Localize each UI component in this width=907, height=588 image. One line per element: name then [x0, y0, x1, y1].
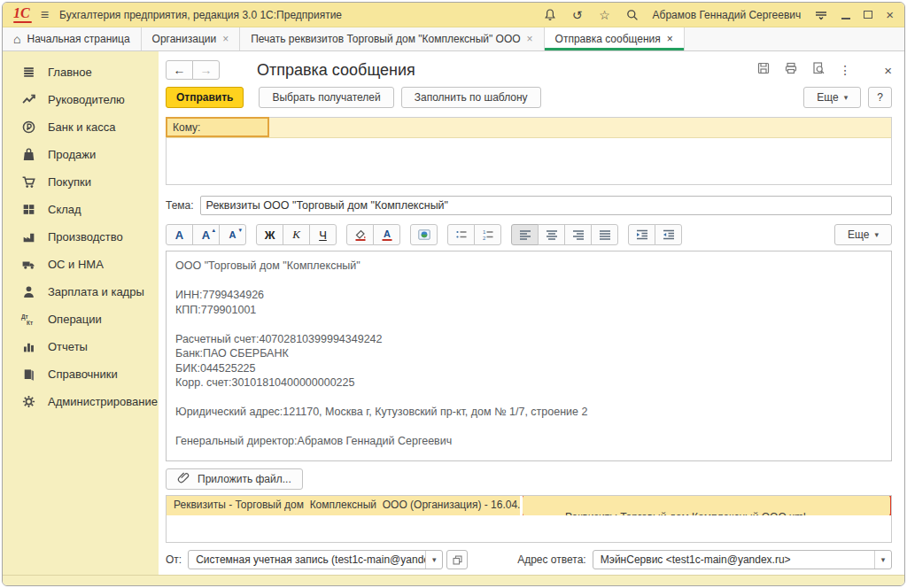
- purchases-icon: [20, 174, 36, 190]
- help-button[interactable]: ?: [868, 87, 892, 108]
- editor-toolbar: A A▴ A▾ Ж K Ч A: [166, 224, 892, 245]
- sidebar-item-main[interactable]: Главное: [3, 58, 159, 86]
- background-color-button[interactable]: [346, 224, 374, 245]
- sidebar-item-reports[interactable]: Отчеты: [3, 333, 159, 360]
- form-close-icon[interactable]: ×: [884, 63, 892, 78]
- main-menu-icon[interactable]: ≡: [41, 8, 49, 22]
- svg-text:A: A: [384, 228, 391, 239]
- subject-input[interactable]: [200, 196, 892, 215]
- from-account-select[interactable]: Системная учетная запись (test1c-main@ya…: [188, 550, 443, 569]
- sidebar-item-assets[interactable]: ОС и НМА: [3, 251, 159, 278]
- sidebar-item-warehouse[interactable]: Склад: [3, 196, 159, 223]
- maximize-icon[interactable]: [864, 11, 872, 19]
- sidebar-item-label: ОС и НМА: [48, 258, 104, 271]
- current-user[interactable]: Абрамов Геннадий Сергеевич: [653, 9, 802, 21]
- tab-0[interactable]: ⌂Начальная страница: [3, 27, 142, 50]
- sidebar-item-salary[interactable]: Зарплата и кадры: [3, 278, 159, 306]
- sidebar-item-references[interactable]: Справочники: [3, 360, 159, 388]
- home-icon: ⌂: [13, 33, 20, 45]
- svg-text:Кт: Кт: [27, 320, 33, 326]
- to-header-cell[interactable]: Кому:: [166, 117, 269, 137]
- sidebar-item-manager[interactable]: Руководителю: [3, 86, 159, 113]
- numbered-list-button[interactable]: 12: [474, 224, 501, 245]
- up-mark: ▴: [212, 227, 215, 234]
- fill-by-template-button[interactable]: Заполнить по шаблону: [401, 87, 541, 108]
- align-right-button[interactable]: [564, 224, 592, 245]
- from-label: От:: [166, 553, 182, 566]
- sidebar-item-production[interactable]: Производство: [3, 223, 159, 251]
- insert-image-button[interactable]: [410, 224, 438, 245]
- sidebar-item-bank[interactable]: Банк и касса: [3, 113, 159, 141]
- choose-recipients-button[interactable]: Выбрать получателей: [259, 87, 393, 108]
- chevron-down-icon[interactable]: ▾: [425, 551, 442, 569]
- italic-glyph: K: [292, 228, 300, 242]
- sidebar-item-label: Администрирование: [48, 395, 158, 408]
- tab-3[interactable]: Отправка сообщения×: [545, 27, 685, 50]
- sidebar-item-label: Продажи: [48, 148, 96, 161]
- print-icon[interactable]: [784, 61, 798, 79]
- admin-icon: [20, 394, 36, 409]
- attachment-item-xml[interactable]: Реквизиты Торговый дом Комплексный ООО.x…: [523, 496, 891, 515]
- attach-file-button[interactable]: Приложить файл...: [166, 468, 303, 490]
- bold-button[interactable]: Ж: [256, 224, 283, 245]
- reply-address-label: Адрес ответа:: [517, 553, 585, 566]
- font-up-glyph: A: [202, 228, 210, 242]
- sidebar-item-sales[interactable]: Продажи: [3, 141, 159, 168]
- 1c-logo: 1С: [13, 6, 30, 23]
- underline-button[interactable]: Ч: [309, 224, 337, 245]
- italic-button[interactable]: K: [283, 224, 310, 245]
- tab-close-icon[interactable]: ×: [222, 33, 229, 45]
- chevron-down-icon[interactable]: ▾: [874, 551, 891, 569]
- forward-button[interactable]: →: [192, 60, 220, 80]
- app-window: 1С ≡ Бухгалтерия предприятия, редакция 3…: [2, 2, 905, 586]
- window-close-icon[interactable]: ×: [886, 8, 894, 21]
- reply-address-select[interactable]: МэйнСервис <test1c-main@yandex.ru> ▾: [593, 550, 892, 569]
- tab-2[interactable]: Печать реквизитов Торговый дом "Комплекс…: [240, 27, 544, 50]
- attach-file-label: Приложить файл...: [198, 473, 291, 485]
- tab-bar: ⌂Начальная страницаОрганизации×Печать ре…: [3, 27, 904, 51]
- tab-1[interactable]: Организации×: [142, 27, 241, 50]
- tab-close-icon[interactable]: ×: [667, 33, 673, 45]
- recipients-block: Кому:: [166, 117, 892, 185]
- print-preview-icon[interactable]: [811, 61, 826, 79]
- attachment-item-print-form[interactable]: Реквизиты - Торговый дом Комплексный ООО…: [167, 496, 523, 515]
- save-icon[interactable]: [756, 61, 771, 79]
- text-color-button[interactable]: A: [373, 224, 400, 245]
- search-icon[interactable]: [625, 8, 640, 22]
- tab-close-icon[interactable]: ×: [527, 33, 533, 45]
- service-menu-icon[interactable]: [814, 8, 828, 22]
- main-panel: ← → Отправка сообщения ⋮ ×: [159, 51, 904, 575]
- align-center-button[interactable]: [538, 224, 565, 245]
- font-button[interactable]: A: [166, 224, 193, 245]
- sidebar-item-label: Отчеты: [48, 340, 88, 353]
- send-button[interactable]: Отправить: [166, 87, 244, 108]
- recipients-list-area[interactable]: [167, 137, 891, 184]
- from-account-value: Системная учетная запись (test1c-main@ya…: [189, 551, 425, 569]
- font-size-up-button[interactable]: A▴: [192, 224, 220, 245]
- sidebar-item-operations[interactable]: ДтКтОперации: [3, 306, 159, 333]
- notifications-bell-icon[interactable]: [543, 8, 557, 22]
- page-title: Отправка сообщения: [257, 61, 415, 80]
- back-button[interactable]: ←: [166, 60, 193, 80]
- attachment-row: Реквизиты - Торговый дом Комплексный ООО…: [167, 496, 891, 515]
- minimize-icon[interactable]: [841, 18, 850, 19]
- sidebar-item-purchases[interactable]: Покупки: [3, 168, 159, 196]
- open-account-button[interactable]: [446, 550, 468, 569]
- font-down-glyph: A: [229, 229, 236, 240]
- favorites-star-icon[interactable]: ☆: [598, 8, 612, 22]
- message-body-editor[interactable]: ООО "Торговый дом "Комплексный" ИНН:7799…: [166, 251, 892, 461]
- bullet-list-button[interactable]: [447, 224, 475, 245]
- font-size-down-button[interactable]: A▾: [219, 224, 246, 245]
- more-actions-icon[interactable]: ⋮: [839, 63, 851, 77]
- chevron-down-icon: ▾: [844, 93, 849, 102]
- history-icon[interactable]: ↺: [570, 8, 585, 22]
- sidebar-item-admin[interactable]: Администрирование: [3, 388, 159, 415]
- align-left-button[interactable]: [511, 224, 539, 245]
- warehouse-icon: [20, 202, 36, 217]
- align-justify-button[interactable]: [591, 224, 618, 245]
- more-button[interactable]: Еще▾: [803, 87, 861, 108]
- indent-increase-button[interactable]: [628, 224, 655, 245]
- editor-more-button[interactable]: Еще▾: [834, 224, 892, 245]
- indent-decrease-button[interactable]: [655, 224, 682, 245]
- tab-label: Организации: [152, 33, 217, 45]
